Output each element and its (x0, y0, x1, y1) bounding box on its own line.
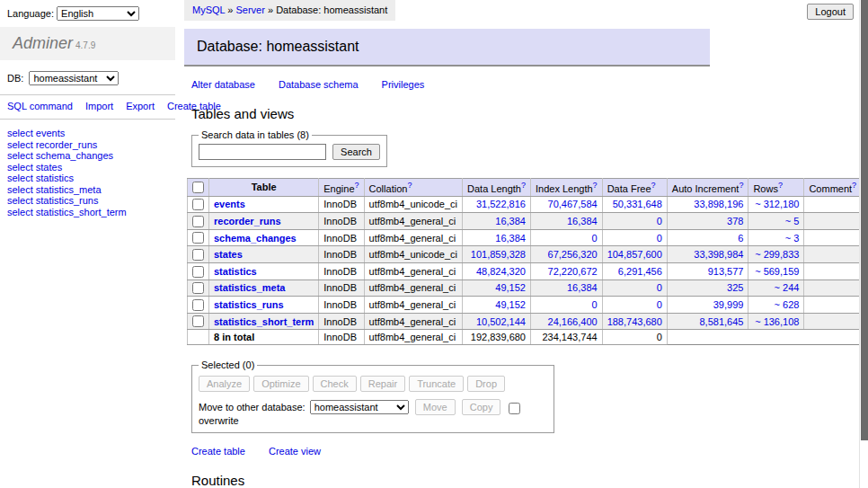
link-create-table[interactable]: Create table (191, 446, 245, 457)
sidebar-item-select-statistics-runs[interactable]: select statistics_runs (7, 195, 168, 207)
table-name-cell: schema_changes (209, 229, 319, 246)
sidebar-item-select-events[interactable]: select events (7, 128, 168, 139)
sidebar-item-select-states[interactable]: select states (7, 162, 168, 173)
table-name-cell: recorder_runs (209, 213, 319, 230)
move-label: Move to other database: (199, 402, 306, 413)
overwrite-label: overwrite (199, 415, 239, 426)
table-link-states[interactable]: states (214, 249, 243, 260)
logout-button[interactable]: Logout (807, 4, 854, 20)
sidebar-item-select-statistics-short-term[interactable]: select statistics_short_term (7, 207, 168, 218)
collation-cell: utf8mb4_general_ci (364, 213, 462, 230)
table-link-statistics-runs[interactable]: statistics_runs (214, 299, 284, 310)
index-length-cell: 67,256,320 (530, 246, 602, 263)
total-label-cell: 8 in total (209, 330, 319, 345)
engine-cell: InnoDB (319, 246, 364, 263)
row-checkbox-cell (188, 313, 209, 330)
table-name-cell: states (209, 246, 319, 263)
check-button[interactable]: Check (313, 376, 357, 392)
row-checkbox-statistics-short-term[interactable] (192, 315, 204, 327)
comment-cell (804, 246, 862, 263)
column-header-rows: Rows? (748, 179, 804, 197)
table-row-statistics-short-term: statistics_short_termInnoDButf8mb4_gener… (188, 313, 862, 330)
hint-icon: ? (739, 181, 743, 190)
sidebar-item-select-statistics[interactable]: select statistics (7, 173, 168, 184)
rows-cell: ~ 628 (748, 297, 804, 314)
data-length-cell: 31,522,816 (463, 196, 531, 213)
table-name-cell: statistics_short_term (209, 313, 319, 330)
sidebar-item-select-statistics-meta[interactable]: select statistics_meta (7, 184, 168, 196)
repair-button[interactable]: Repair (360, 376, 405, 392)
sidebar-item-select-recorder-runs[interactable]: select recorder_runs (7, 139, 168, 151)
column-header-auto-increment: Auto Increment? (667, 179, 748, 197)
optimize-button[interactable]: Optimize (253, 376, 308, 392)
search-fieldset: Search data in tables (8) Search (191, 129, 387, 167)
sidebar-actions: SQL commandImportExportCreate table (0, 95, 164, 119)
language-select[interactable]: English (57, 6, 139, 21)
data-free-cell: 104,857,600 (602, 246, 667, 263)
db-select[interactable]: homeassistant (29, 71, 119, 85)
table-name-cell: statistics_runs (209, 297, 319, 314)
data-length-cell: 16,384 (463, 213, 531, 230)
total-collation-cell: utf8mb4_general_ci (364, 330, 462, 345)
engine-cell: InnoDB (319, 297, 364, 314)
app-name: Adminer (13, 34, 73, 52)
app-version: 4.7.9 (75, 40, 95, 50)
scrollbar[interactable] (859, 0, 868, 488)
truncate-button[interactable]: Truncate (409, 376, 464, 392)
move-db-select[interactable]: homeassistant (310, 400, 409, 414)
table-link-events[interactable]: events (214, 199, 245, 209)
row-checkbox-statistics-meta[interactable] (192, 282, 204, 294)
empty-cell (804, 330, 862, 345)
link-alter-database[interactable]: Alter database (191, 79, 255, 90)
scrollbar-thumb[interactable] (861, 0, 868, 440)
column-header-data-free: Data Free? (602, 179, 667, 197)
table-link-statistics[interactable]: statistics (214, 266, 257, 277)
sidebar: Language: English Adminer4.7.9 DB: homea… (0, 0, 175, 226)
table-link-statistics-meta[interactable]: statistics_meta (214, 282, 286, 293)
row-checkbox-states[interactable] (192, 249, 204, 261)
table-row-schema-changes: schema_changesInnoDButf8mb4_general_ci16… (188, 229, 862, 246)
table-link-statistics-short-term[interactable]: statistics_short_term (214, 316, 314, 327)
collation-cell: utf8mb4_general_ci (364, 313, 462, 330)
analyze-button[interactable]: Analyze (199, 376, 250, 392)
link-privileges[interactable]: Privileges (382, 79, 425, 90)
row-checkbox-schema-changes[interactable] (192, 232, 204, 244)
column-header-data-length: Data Length? (463, 179, 531, 197)
sidebar-action-create-table[interactable]: Create table (167, 101, 221, 111)
overwrite-checkbox[interactable] (509, 403, 520, 414)
drop-button[interactable]: Drop (467, 376, 505, 392)
tables-table: TableEngine?Collation?Data Length?Index … (187, 178, 862, 345)
rows-cell: ~ 3 (748, 229, 804, 246)
sidebar-action-sql-command[interactable]: SQL command (7, 101, 73, 111)
row-checkbox-events[interactable] (192, 199, 204, 210)
row-checkbox-statistics-runs[interactable] (192, 299, 204, 311)
link-create-view[interactable]: Create view (269, 446, 321, 457)
data-free-cell: 188,743,680 (602, 313, 667, 330)
table-link-schema-changes[interactable]: schema_changes (214, 233, 297, 244)
empty-cell (748, 330, 804, 345)
engine-cell: InnoDB (319, 279, 364, 297)
select-all-checkbox[interactable] (192, 182, 204, 193)
sidebar-action-import[interactable]: Import (85, 101, 113, 111)
row-checkbox-recorder-runs[interactable] (192, 216, 204, 227)
engine-cell: InnoDB (319, 196, 364, 213)
search-button[interactable]: Search (332, 144, 380, 160)
table-link-recorder-runs[interactable]: recorder_runs (214, 216, 281, 226)
link-database-schema[interactable]: Database schema (279, 79, 359, 90)
row-checkbox-statistics[interactable] (192, 266, 204, 278)
selected-fieldset: Selected (0) AnalyzeOptimizeCheckRepairT… (191, 359, 554, 433)
rows-cell: ~ 136,108 (748, 313, 804, 330)
breadcrumb-item-mysql[interactable]: MySQL (192, 4, 225, 15)
move-button[interactable]: Move (415, 399, 456, 415)
table-row-statistics-runs: statistics_runsInnoDButf8mb4_general_ci4… (188, 297, 862, 314)
comment-cell (804, 313, 862, 330)
breadcrumb-item-server[interactable]: Server (236, 4, 265, 15)
table-row-recorder-runs: recorder_runsInnoDButf8mb4_general_ci16,… (188, 213, 862, 230)
auto-increment-cell: 39,999 (667, 297, 748, 314)
hint-icon: ? (407, 181, 412, 190)
total-engine-cell: InnoDB (319, 330, 364, 345)
sidebar-item-select-schema-changes[interactable]: select schema_changes (7, 150, 168, 162)
copy-button[interactable]: Copy (462, 399, 501, 415)
sidebar-action-export[interactable]: Export (126, 101, 155, 111)
search-input[interactable] (199, 144, 326, 160)
